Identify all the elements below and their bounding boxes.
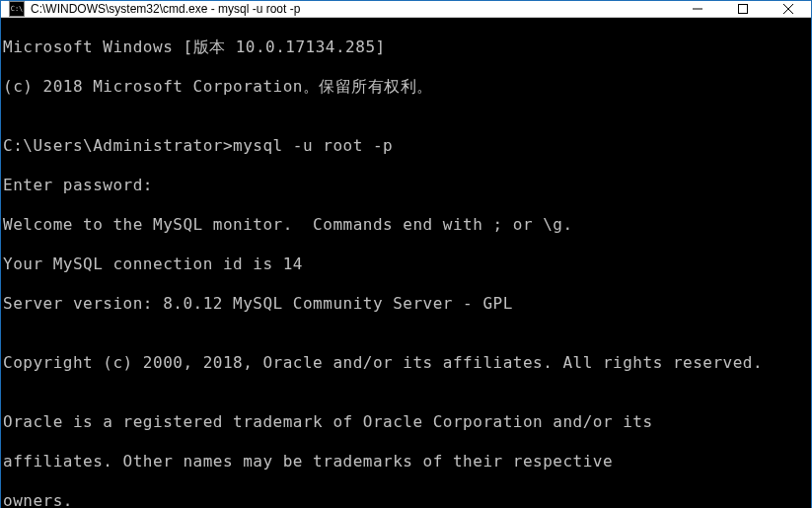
window-title: C:\WINDOWS\system32\cmd.exe - mysql -u r… bbox=[31, 2, 675, 16]
svg-rect-1 bbox=[739, 5, 748, 14]
close-button[interactable] bbox=[766, 1, 811, 17]
console-line: Server version: 8.0.12 MySQL Community S… bbox=[3, 294, 809, 314]
prompt: C:\Users\Administrator> bbox=[3, 136, 233, 155]
console-area[interactable]: Microsoft Windows [版本 10.0.17134.285] (c… bbox=[1, 18, 811, 508]
console-line: Enter password: bbox=[3, 176, 809, 195]
console-line: (c) 2018 Microsoft Corporation。保留所有权利。 bbox=[3, 77, 809, 97]
command-text: mysql -u root -p bbox=[233, 136, 393, 155]
window-controls bbox=[675, 1, 811, 17]
console-line: Welcome to the MySQL monitor. Commands e… bbox=[3, 215, 809, 235]
titlebar[interactable]: C:\ C:\WINDOWS\system32\cmd.exe - mysql … bbox=[1, 1, 811, 18]
cmd-icon: C:\ bbox=[9, 1, 25, 17]
console-line: Copyright (c) 2000, 2018, Oracle and/or … bbox=[3, 353, 809, 373]
console-line: owners. bbox=[3, 491, 809, 508]
console-line: affiliates. Other names may be trademark… bbox=[3, 452, 809, 472]
console-line: Oracle is a registered trademark of Orac… bbox=[3, 412, 809, 432]
console-line: C:\Users\Administrator>mysql -u root -p bbox=[3, 136, 809, 156]
cmd-window: C:\ C:\WINDOWS\system32\cmd.exe - mysql … bbox=[0, 0, 812, 508]
console-line: Your MySQL connection id is 14 bbox=[3, 254, 809, 274]
console-line: Microsoft Windows [版本 10.0.17134.285] bbox=[3, 37, 809, 57]
maximize-button[interactable] bbox=[720, 1, 766, 17]
minimize-button[interactable] bbox=[675, 1, 720, 17]
